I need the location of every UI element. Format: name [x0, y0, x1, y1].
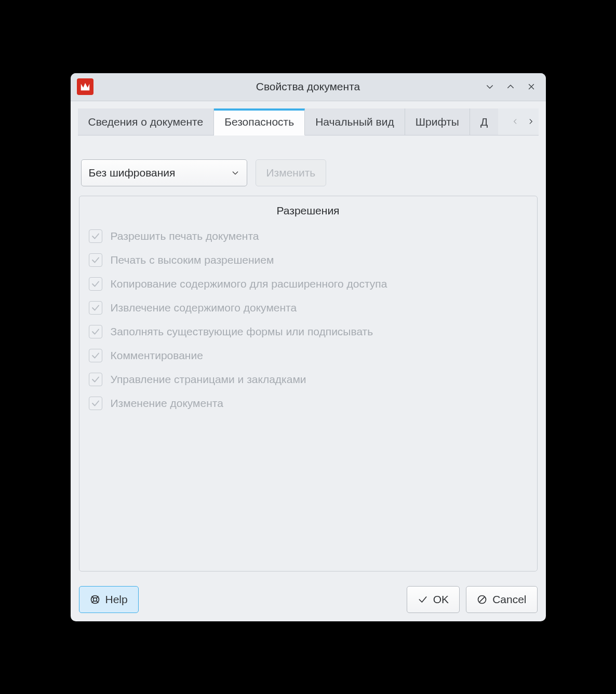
cancel-button[interactable]: Cancel	[466, 586, 537, 613]
help-button[interactable]: Help	[79, 586, 139, 613]
permission-row: Копирование содержимого для расширенного…	[89, 272, 528, 296]
tab-more-peek[interactable]: Д	[470, 108, 498, 135]
cancel-icon	[477, 594, 487, 605]
window-controls	[480, 77, 541, 96]
tab-arrow-left[interactable]	[507, 111, 523, 132]
checkbox-icon	[89, 253, 102, 267]
permission-row: Извлечение содержимого документа	[89, 296, 528, 320]
titlebar[interactable]: Свойства документа	[71, 73, 546, 101]
permission-label: Комментирование	[111, 349, 203, 362]
change-button-label: Изменить	[266, 167, 316, 179]
permissions-fieldset: Разрешения Разрешить печать документа Пе…	[79, 196, 538, 571]
help-icon	[90, 594, 100, 605]
ok-button-label: OK	[433, 593, 449, 606]
checkbox-icon	[89, 301, 102, 315]
permission-row: Изменение документа	[89, 391, 528, 415]
permission-row: Управление страницами и закладками	[89, 368, 528, 391]
permission-label: Печать с высоким разрешением	[111, 254, 274, 266]
checkbox-icon	[89, 325, 102, 338]
permissions-title: Разрешения	[89, 205, 528, 217]
tab-initial-view[interactable]: Начальный вид	[305, 108, 405, 135]
tab-fonts[interactable]: Шрифты	[405, 108, 470, 135]
help-button-label: Help	[105, 593, 128, 606]
permission-label: Извлечение содержимого документа	[111, 302, 297, 314]
tab-arrow-right[interactable]	[523, 111, 539, 132]
permission-label: Копирование содержимого для расширенного…	[111, 278, 387, 290]
checkbox-icon	[89, 373, 102, 386]
tab-content-security: Без шифрования Изменить Разрешения Разре…	[71, 135, 546, 580]
encryption-row: Без шифрования Изменить	[79, 159, 538, 186]
encryption-select[interactable]: Без шифрования	[81, 159, 247, 186]
checkbox-icon	[89, 349, 102, 362]
window-title: Свойства документа	[71, 80, 546, 93]
cancel-button-label: Cancel	[492, 593, 526, 606]
dialog-footer: Help OK Cancel	[71, 580, 546, 621]
app-icon	[77, 78, 93, 95]
tab-security[interactable]: Безопасность	[214, 108, 305, 135]
tab-scroll-arrows	[507, 108, 539, 135]
permission-row: Комментирование	[89, 344, 528, 368]
tabbar: Сведения о документе Безопасность Началь…	[78, 108, 539, 135]
footer-spacer	[145, 586, 400, 613]
maximize-button[interactable]	[501, 77, 520, 96]
checkbox-icon	[89, 229, 102, 243]
dialog-window: Свойства документа Сведения о документе …	[71, 73, 546, 621]
permission-label: Управление страницами и закладками	[111, 373, 306, 386]
permission-row: Заполнять существующие формы или подписы…	[89, 320, 528, 344]
permission-label: Изменение документа	[111, 397, 223, 410]
ok-button[interactable]: OK	[407, 586, 460, 613]
checkbox-icon	[89, 397, 102, 410]
permission-label: Заполнять существующие формы или подписы…	[111, 325, 373, 338]
permission-row: Печать с высоким разрешением	[89, 248, 528, 272]
permission-row: Разрешить печать документа	[89, 224, 528, 248]
change-button: Изменить	[256, 159, 327, 186]
tabbar-container: Сведения о документе Безопасность Началь…	[71, 101, 546, 135]
permission-label: Разрешить печать документа	[111, 230, 259, 242]
chevron-down-icon	[231, 169, 239, 177]
minimize-button[interactable]	[480, 77, 499, 96]
check-icon	[418, 594, 428, 605]
close-button[interactable]	[522, 77, 541, 96]
encryption-select-value: Без шифрования	[89, 167, 176, 179]
tab-document-info[interactable]: Сведения о документе	[78, 108, 215, 135]
checkbox-icon	[89, 277, 102, 291]
